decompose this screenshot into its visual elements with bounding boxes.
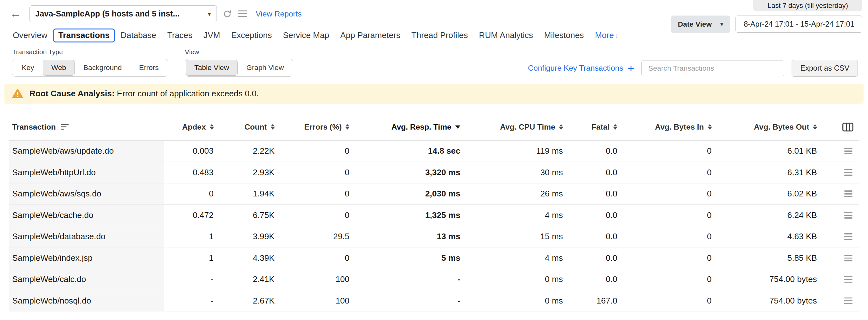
sort-desc-icon[interactable] [455,125,460,129]
column-fatal[interactable]: Fatal [572,123,626,131]
date-controls: Last 7 days (till yesterday) Date View ▾… [671,0,862,33]
apdex-value: - [164,290,222,311]
table-row[interactable]: SampleWeb/aws/update.do 0.003 2.22K 0 14… [9,141,859,162]
view-reports-link[interactable]: View Reports [255,9,302,19]
sort-filter-icon[interactable] [61,124,70,130]
table-row[interactable]: SampleWeb/database.do 1 3.99K 29.5 13 ms… [9,226,859,248]
table-row[interactable]: SampleWeb/httpUrl.do 0.483 2.93K 0 3,320… [9,162,859,183]
column-chooser[interactable] [826,123,859,131]
column-errors[interactable]: Errors (%) [283,123,358,131]
table-row[interactable]: SampleWeb/cache.do 0.472 6.75K 0 1,325 m… [9,205,859,226]
column-label: Apdex [182,123,206,131]
sort-icon[interactable] [346,124,349,130]
errors-value: 100 [283,269,358,290]
column-chooser-icon[interactable] [842,123,854,131]
column-count[interactable]: Count [222,123,283,131]
table-row[interactable]: SampleWeb/index.jsp 1 4.39K 0 5 ms 4 ms … [9,248,859,269]
column-transaction[interactable]: Transaction [9,123,164,131]
fatal-value: 0.0 [572,226,626,247]
transaction-name[interactable]: SampleWeb/index.jsp [9,248,164,268]
errors-value: 0 [283,248,358,268]
tab-service-map[interactable]: Service Map [277,28,335,42]
column-avg-cpu-time[interactable]: Avg. CPU Time [469,123,572,131]
row-menu-icon[interactable] [844,255,852,261]
refresh-icon[interactable] [223,9,232,19]
apdex-value: 0.003 [164,141,222,162]
sort-icon[interactable] [271,124,275,130]
transaction-name[interactable]: SampleWeb/aws/update.do [9,141,164,162]
row-menu-icon[interactable] [844,190,852,197]
filter-section: Transaction Type Key Web Background Erro… [0,46,868,77]
table-row[interactable]: SampleWeb/calc.do - 2.41K 100 - 0 ms 0.0… [9,269,859,290]
avg-resp-time-value: 2,030 ms [358,184,469,204]
transaction-name[interactable]: SampleWeb/nosql.do [9,290,164,311]
transaction-name[interactable]: SampleWeb/database.do [9,226,164,247]
configure-key-transactions-link[interactable]: Configure Key Transactions + [528,63,634,74]
view-label: View [185,48,293,56]
count-value: 3.99K [222,226,283,247]
plus-icon[interactable]: + [628,63,634,74]
tab-milestones[interactable]: Milestones [538,28,589,42]
date-range-picker[interactable]: 8-Apr-24 17:01 - 15-Apr-24 17:01 [736,15,862,32]
row-menu-icon[interactable] [844,276,852,283]
table-view-button[interactable]: Table View [186,60,238,76]
transaction-name[interactable]: SampleWeb/httpUrl.do [9,162,164,183]
avg-bytes-in-value: 0 [626,226,720,247]
row-menu-icon[interactable] [844,233,852,240]
tab-database[interactable]: Database [115,28,162,42]
column-label: Avg. Bytes In [655,123,704,131]
tab-traces[interactable]: Traces [162,28,198,42]
table-row[interactable]: SampleWeb/nosql.do - 2.67K 100 - 0 ms 16… [9,290,859,312]
column-avg-resp-time[interactable]: Avg. Resp. Time [358,123,469,131]
row-menu-icon[interactable] [844,212,852,219]
avg-bytes-out-value: 4.63 KB [721,226,826,247]
type-key-button[interactable]: Key [13,60,43,76]
column-apdex[interactable]: Apdex [164,123,222,131]
application-selector[interactable]: Java-SampleApp (5 hosts and 5 inst... ▾ [29,5,217,22]
transaction-name[interactable]: SampleWeb/calc.do [9,269,164,290]
graph-view-button[interactable]: Graph View [238,60,292,76]
date-row: Date View ▾ 8-Apr-24 17:01 - 15-Apr-24 1… [671,15,862,33]
tab-more-label: More [595,30,614,40]
transaction-name[interactable]: SampleWeb/cache.do [9,205,164,226]
type-errors-button[interactable]: Errors [131,60,167,76]
back-arrow-icon[interactable]: ← [10,8,22,20]
sort-icon[interactable] [614,124,617,130]
column-avg-bytes-out[interactable]: Avg. Bytes Out [721,123,826,131]
tab-thread-profiles[interactable]: Thread Profiles [406,28,473,42]
tab-rum-analytics[interactable]: RUM Analytics [473,28,538,42]
avg-resp-time-value: 13 ms [358,226,469,247]
sort-icon[interactable] [559,124,563,130]
avg-bytes-out-value: 6.02 KB [721,184,826,204]
tab-more[interactable]: More ↓ [589,28,624,42]
transaction-name[interactable]: SampleWeb/aws/sqs.do [9,184,164,204]
apdex-value: 0.472 [164,205,222,226]
sort-icon[interactable] [708,124,712,130]
sort-icon[interactable] [813,124,817,130]
type-background-button[interactable]: Background [75,60,131,76]
type-web-button[interactable]: Web [43,60,75,76]
row-menu-icon[interactable] [844,169,852,176]
column-avg-bytes-in[interactable]: Avg. Bytes In [626,123,720,131]
tab-jvm[interactable]: JVM [198,28,225,42]
column-label: Count [244,123,267,131]
avg-bytes-in-value: 0 [626,184,720,204]
chevron-down-icon: ▾ [720,20,723,28]
tab-transactions[interactable]: Transactions [53,29,115,42]
row-menu-icon[interactable] [844,297,852,304]
tab-overview[interactable]: Overview [7,28,53,42]
tab-exceptions[interactable]: Exceptions [226,28,277,42]
avg-cpu-time-value: 26 ms [469,184,572,204]
search-input[interactable] [641,60,784,76]
sort-icon[interactable] [210,124,214,130]
tab-app-parameters[interactable]: App Parameters [335,28,406,42]
table-row[interactable]: SampleWeb/aws/sqs.do 0 1.94K 0 2,030 ms … [9,184,859,205]
count-value: 6.75K [222,205,283,226]
row-menu-icon[interactable] [844,148,852,154]
fatal-value: 0.0 [572,184,626,204]
date-view-button[interactable]: Date View ▾ [671,15,730,33]
list-menu-icon[interactable] [238,10,248,18]
errors-value: 100 [283,290,358,311]
transaction-type-segmented: Key Web Background Errors [12,59,168,76]
export-csv-button[interactable]: Export as CSV [792,60,858,76]
